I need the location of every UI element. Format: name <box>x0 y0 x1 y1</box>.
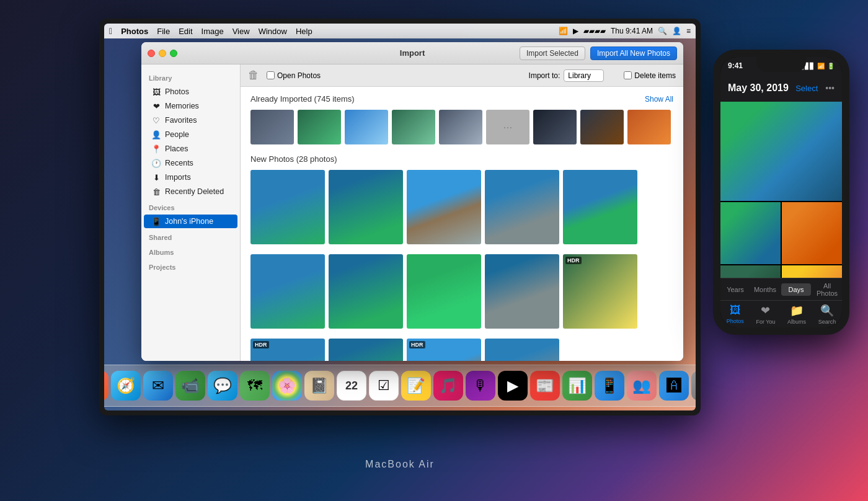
app-name-menu[interactable]: Photos <box>121 27 148 36</box>
dock-iphonebackup-icon[interactable]: 📱 <box>595 371 624 401</box>
already-imported-header: Already Imported (745 items) Show All <box>250 94 673 104</box>
already-imported-photo-7[interactable] <box>533 110 577 144</box>
show-all-link[interactable]: Show All <box>645 95 673 104</box>
import-toolbar: 🗑 Open Photos Import to: Library <box>241 64 683 87</box>
iphone-nav-foryou[interactable]: ❤ For You <box>756 304 775 325</box>
maximize-button[interactable] <box>170 50 177 57</box>
siri-icon[interactable]: 👤 <box>672 27 681 35</box>
window-body: Library 🖼 Photos ❤ Memories ♡ Favorites <box>141 64 683 361</box>
view-menu[interactable]: View <box>232 27 250 36</box>
new-photo-11[interactable]: HDR <box>250 339 325 361</box>
new-photo-8[interactable] <box>407 254 481 329</box>
dock-reminders-icon[interactable]: ☑ <box>369 371 399 401</box>
dock-contacts-icon[interactable]: 📓 <box>304 371 334 401</box>
new-photo-4[interactable] <box>485 170 559 244</box>
dock-photos-icon[interactable]: 🌸 <box>272 371 302 401</box>
window-menu[interactable]: Window <box>259 27 287 36</box>
iphone-more-button[interactable]: ••• <box>825 83 835 93</box>
iphone-tab-days[interactable]: Days <box>781 283 811 296</box>
apple-menu[interactable]:  <box>109 26 112 36</box>
dock-podcasts-icon[interactable]: 🎙 <box>466 371 495 401</box>
sidebar: Library 🖼 Photos ❤ Memories ♡ Favorites <box>141 64 241 361</box>
dock-itunes-icon[interactable]: 🎵 <box>433 371 463 401</box>
dock-numbers-icon[interactable]: 📊 <box>562 371 592 401</box>
new-photo-2[interactable] <box>329 170 403 244</box>
dock-appletv-icon[interactable]: ▶ <box>498 371 528 401</box>
iphone-featured-photo[interactable] <box>720 102 842 201</box>
edit-menu[interactable]: Edit <box>179 27 192 36</box>
sidebar-item-places[interactable]: 📍 Places <box>144 142 237 156</box>
minimize-button[interactable] <box>159 50 166 57</box>
sidebar-item-photos[interactable]: 🖼 Photos <box>144 85 237 99</box>
photos-icon: 🖼 <box>151 87 161 97</box>
sidebar-item-people-label: People <box>165 130 189 139</box>
iphone-tab-allphotos[interactable]: All Photos <box>812 280 842 299</box>
delete-items-container[interactable]: Delete items <box>624 71 676 80</box>
new-photos-grid-row1 <box>250 170 673 244</box>
already-imported-photo-9[interactable] <box>627 110 671 144</box>
iphone-select-button[interactable]: Select <box>795 84 818 93</box>
already-imported-photo-5[interactable] <box>439 110 482 144</box>
favorites-icon: ♡ <box>151 115 161 125</box>
iphone-tab-years[interactable]: Years <box>720 283 750 296</box>
import-destination-dropdown[interactable]: Library <box>564 69 604 82</box>
dock-mail-icon[interactable]: ✉ <box>143 371 173 401</box>
iphone-photo-grid-item-1[interactable] <box>720 202 781 264</box>
new-photo-12[interactable] <box>329 339 403 361</box>
iphone-nav-search[interactable]: 🔍 Search <box>818 304 836 325</box>
dock-facetime-icon[interactable]: 📹 <box>175 371 205 401</box>
sidebar-item-recents[interactable]: 🕐 Recents <box>144 156 237 170</box>
new-photo-5[interactable] <box>563 170 637 244</box>
already-imported-photo-4[interactable] <box>392 110 435 144</box>
dock-messages-icon[interactable]: 💬 <box>208 371 237 401</box>
sidebar-item-memories[interactable]: ❤ Memories <box>144 99 237 113</box>
already-imported-photo-8[interactable] <box>580 110 624 144</box>
dock-maps-icon[interactable]: 🗺 <box>240 371 270 401</box>
iphone-photo-grid-item-2[interactable] <box>782 202 842 264</box>
sidebar-item-imports[interactable]: ⬇ Imports <box>144 171 237 184</box>
new-photo-7[interactable] <box>329 254 403 329</box>
close-button[interactable] <box>148 50 155 57</box>
delete-items-checkbox[interactable] <box>624 71 632 79</box>
already-imported-photo-1[interactable] <box>250 110 294 144</box>
new-photo-13[interactable]: HDR <box>407 339 481 361</box>
new-photo-14[interactable] <box>485 339 559 361</box>
iphone-nav-photos[interactable]: 🖼 Photos <box>727 304 744 324</box>
new-photo-3[interactable] <box>407 170 481 244</box>
import-to-container: Import to: Library <box>529 69 604 82</box>
open-photos-checkbox[interactable] <box>267 71 275 79</box>
search-icon[interactable]: 🔍 <box>658 27 667 35</box>
dock-contacts2-icon[interactable]: 👥 <box>627 371 657 401</box>
image-menu[interactable]: Image <box>202 27 224 36</box>
dock-safari-icon[interactable]: 🧭 <box>111 371 141 401</box>
already-imported-photo-3[interactable] <box>345 110 388 144</box>
help-menu[interactable]: Help <box>296 27 312 36</box>
dock-launchpad-icon[interactable]: 🚀 <box>104 371 108 401</box>
new-photo-6[interactable] <box>250 254 325 329</box>
import-all-button[interactable]: Import All New Photos <box>590 47 677 60</box>
menu-bar:  Photos File Edit Image View Window Hel… <box>104 24 696 38</box>
sidebar-item-recently-deleted[interactable]: 🗑 Recently Deleted <box>144 185 237 198</box>
iphone-nav-albums[interactable]: 📁 Albums <box>787 304 806 325</box>
dock-news-icon[interactable]: 📰 <box>530 371 560 401</box>
list-icon[interactable]: ≡ <box>686 27 691 35</box>
already-imported-photo-6[interactable]: ··· <box>486 110 529 144</box>
dock-notes-icon[interactable]: 📝 <box>401 371 431 401</box>
new-photo-9[interactable] <box>485 254 559 329</box>
already-imported-photo-2[interactable] <box>298 110 341 144</box>
sidebar-item-favorites[interactable]: ♡ Favorites <box>144 113 237 127</box>
dock-calendar-icon[interactable]: 22 <box>337 371 366 401</box>
import-selected-button[interactable]: Import Selected <box>520 47 585 60</box>
iphone-tab-months[interactable]: Months <box>750 283 780 296</box>
iphone-photo-grid-item-3[interactable] <box>720 265 781 278</box>
iphone-notch <box>756 57 806 72</box>
sidebar-item-people[interactable]: 👤 People <box>144 128 237 141</box>
new-photo-10[interactable]: HDR <box>563 254 637 329</box>
new-photo-1[interactable] <box>250 170 325 244</box>
iphone-photo-grid-item-4[interactable] <box>782 265 842 278</box>
dock-appstore-icon[interactable]: 🅰 <box>659 371 689 401</box>
sidebar-item-iphone[interactable]: 📱 John's iPhone <box>144 215 237 228</box>
open-photos-checkbox-container[interactable]: Open Photos <box>267 71 321 80</box>
file-menu[interactable]: File <box>157 27 170 36</box>
dock-systemprefs-icon[interactable]: ⚙ <box>691 371 696 401</box>
